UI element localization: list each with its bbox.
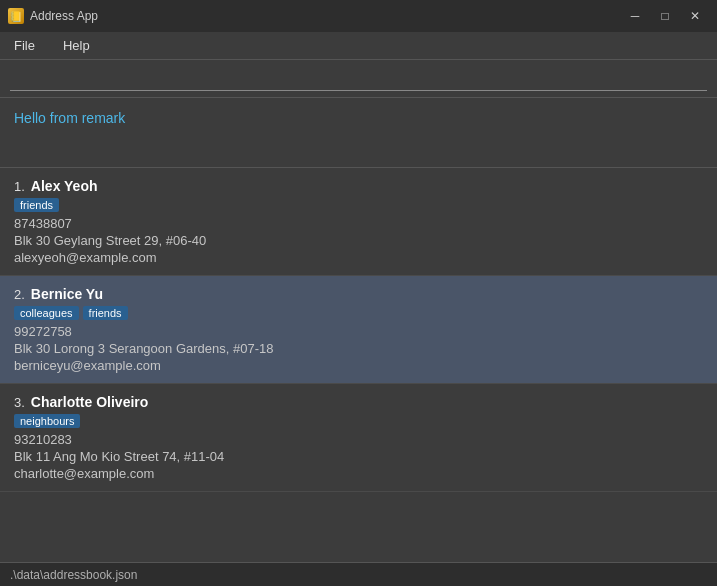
contact-tags: friends <box>14 198 703 212</box>
menu-help[interactable]: Help <box>57 36 96 55</box>
contact-email: charlotte@example.com <box>14 466 703 481</box>
contact-address: Blk 11 Ang Mo Kio Street 74, #11-04 <box>14 449 703 464</box>
contact-item[interactable]: 2. Bernice Yu colleagues friends 9927275… <box>0 276 717 384</box>
contact-header: 2. Bernice Yu <box>14 286 703 302</box>
tag-neighbours: neighbours <box>14 414 80 428</box>
contact-tags: neighbours <box>14 414 703 428</box>
contact-phone: 93210283 <box>14 432 703 447</box>
contact-number: 2. <box>14 287 25 302</box>
contact-header: 1. Alex Yeoh <box>14 178 703 194</box>
remark-text: Hello from remark <box>14 110 125 126</box>
title-bar-left: 📒 Address App <box>8 8 98 24</box>
contact-name: Bernice Yu <box>31 286 103 302</box>
tag-colleagues: colleagues <box>14 306 79 320</box>
contact-phone: 87438807 <box>14 216 703 231</box>
contact-name: Alex Yeoh <box>31 178 98 194</box>
contact-item[interactable]: 1. Alex Yeoh friends 87438807 Blk 30 Gey… <box>0 168 717 276</box>
contacts-area: 1. Alex Yeoh friends 87438807 Blk 30 Gey… <box>0 168 717 562</box>
search-bar <box>0 60 717 98</box>
tag-friends: friends <box>83 306 128 320</box>
menu-bar: File Help <box>0 32 717 60</box>
contact-name: Charlotte Oliveiro <box>31 394 148 410</box>
app-icon: 📒 <box>8 8 24 24</box>
contact-number: 1. <box>14 179 25 194</box>
menu-file[interactable]: File <box>8 36 41 55</box>
tag-friends: friends <box>14 198 59 212</box>
search-input[interactable] <box>10 66 707 91</box>
title-bar-controls: ─ □ ✕ <box>621 6 709 26</box>
contact-email: berniceyu@example.com <box>14 358 703 373</box>
title-bar: 📒 Address App ─ □ ✕ <box>0 0 717 32</box>
contact-address: Blk 30 Geylang Street 29, #06-40 <box>14 233 703 248</box>
maximize-button[interactable]: □ <box>651 6 679 26</box>
close-button[interactable]: ✕ <box>681 6 709 26</box>
contact-tags: colleagues friends <box>14 306 703 320</box>
status-text: .\data\addressbook.json <box>10 568 137 582</box>
status-bar: .\data\addressbook.json <box>0 562 717 586</box>
contact-address: Blk 30 Lorong 3 Serangoon Gardens, #07-1… <box>14 341 703 356</box>
app-title: Address App <box>30 9 98 23</box>
contact-item[interactable]: 3. Charlotte Oliveiro neighbours 9321028… <box>0 384 717 492</box>
remark-area: Hello from remark <box>0 98 717 168</box>
contact-phone: 99272758 <box>14 324 703 339</box>
contact-email: alexyeoh@example.com <box>14 250 703 265</box>
minimize-button[interactable]: ─ <box>621 6 649 26</box>
contact-number: 3. <box>14 395 25 410</box>
contact-header: 3. Charlotte Oliveiro <box>14 394 703 410</box>
